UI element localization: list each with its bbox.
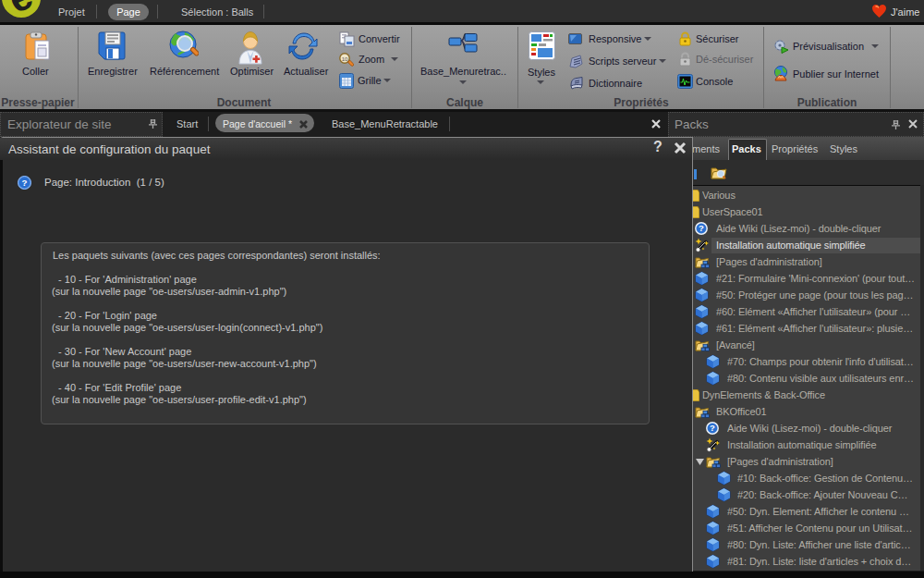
svg-text:?: ?: [710, 423, 715, 433]
svg-text:?: ?: [22, 178, 28, 188]
svg-text:10: 10: [342, 56, 348, 62]
svg-text:?: ?: [699, 223, 704, 233]
